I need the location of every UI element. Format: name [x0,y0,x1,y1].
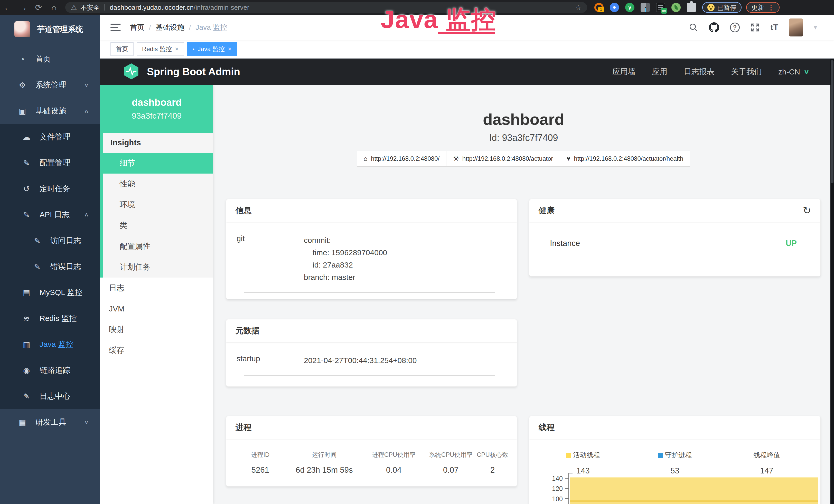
extension-c-icon[interactable]: C1 [594,3,603,12]
sba-item-jvm[interactable]: JVM [100,298,213,319]
instance-hero: dashboard Id: 93a3fc7f7409 [213,110,834,143]
sba-instance-header[interactable]: dashboard 93a3fc7f7409 [100,85,213,133]
extension-list-icon[interactable]: on [656,3,665,12]
y-tick [565,488,568,489]
log-icon: ✎ [21,210,32,219]
tab-paused-indicator[interactable]: 已暂停 [702,2,742,13]
sidebar-item-file-mgmt[interactable]: ☁ 文件管理 [0,124,100,150]
sba-nav-journal[interactable]: 日志报表 [684,67,715,77]
browser-home-icon[interactable]: ⌂ [46,3,62,12]
toolbox-icon: ▦ [17,418,28,427]
sidebar-item-api-log[interactable]: ✎ API 日志 ∧ [0,202,100,228]
extension-leaf-icon[interactable] [672,3,681,12]
metric-value: 0.07 [427,465,475,475]
sba-instance-name: dashboard [132,97,182,108]
sidebar-item-error-log[interactable]: ✎ 错误日志 [0,254,100,280]
sba-nav-applications[interactable]: 应用 [652,67,667,77]
sidebar-item-log-center[interactable]: ✎ 日志中心 [0,383,100,409]
sba-item-classes[interactable]: 类 [103,215,213,236]
sba-item-config-props[interactable]: 配置属性 [103,236,213,257]
sidebar-item-scheduled-jobs[interactable]: ↺ 定时任务 [0,176,100,202]
address-bar[interactable]: ⚠ 不安全 dashboard.yudao.iocoder.cn /infra/… [65,2,587,13]
font-size-icon[interactable]: tT [771,23,778,32]
actuator-url-button[interactable]: ⚒ http://192.168.0.2:48080/actuator [446,151,560,167]
browser-reload-icon[interactable]: ⟳ [31,3,46,12]
github-icon[interactable] [709,22,719,32]
scrollbar-thumb[interactable] [831,60,833,183]
metric-value: 5261 [233,465,288,475]
sidebar-item-java-monitor[interactable]: ▥ Java 监控 [0,331,100,358]
info-key: git [237,234,304,283]
metric-label: 运行时间 [288,451,360,459]
paused-label: 已暂停 [717,3,737,12]
health-url-button[interactable]: ♥ http://192.168.0.2:48080/actuator/heal… [560,151,690,167]
extension-on-badge: on [661,8,667,14]
sba-logo-icon[interactable] [123,63,140,81]
extension-grid-icon[interactable] [641,3,650,12]
y-tick [565,478,568,479]
sidebar-item-redis-monitor[interactable]: ≋ Redis 监控 [0,305,100,331]
sba-nav-wallboard[interactable]: 应用墙 [612,67,635,77]
history-restore-icon[interactable]: ↺ [803,205,811,216]
sidebar-item-mysql-monitor[interactable]: ▤ MySQL 监控 [0,280,100,305]
extension-badge-count: 1 [598,7,604,12]
scrollbar[interactable] [830,59,834,504]
breadcrumb-current: Java 监控 [196,23,227,32]
browser-forward-icon[interactable]: → [16,3,31,12]
browser-menu-icon[interactable]: ⋮ [768,4,774,12]
sba-brand-title[interactable]: Spring Boot Admin [147,66,240,77]
close-icon[interactable]: × [175,45,178,53]
breadcrumb-home[interactable]: 首页 [130,23,144,32]
sidebar-item-infrastructure[interactable]: ▣ 基础设施 ∧ [0,98,100,124]
sidebar-item-system-mgmt[interactable]: ⚙ 系统管理 ∨ [0,72,100,98]
health-card-header: 健康 ↺ [529,199,820,222]
sba-nav-about[interactable]: 关于我们 [731,67,762,77]
sidebar-item-home[interactable]: ◔ 首页 [0,46,100,72]
extension-y-icon[interactable]: y [625,3,634,12]
screen-icon: ▥ [21,340,32,349]
close-icon[interactable]: × [228,45,232,53]
y-tick-label: 140 [534,475,563,482]
search-icon[interactable] [689,23,698,32]
card-title: 信息 [236,205,251,216]
tab-label: Java 监控 [198,45,225,53]
sba-item-environment[interactable]: 环境 [103,194,213,215]
security-label[interactable]: 不安全 [81,3,100,12]
help-icon[interactable]: ? [730,23,740,32]
sidebar-item-dev-tools[interactable]: ▦ 研发工具 ∨ [0,409,100,435]
sba-item-caches[interactable]: 缓存 [100,340,213,361]
process-uptime-cell: 运行时间 6d 23h 15m 59s [288,451,360,475]
y-tick [565,498,568,499]
git-branch-line: branch: master [304,271,387,283]
tab-java-monitor[interactable]: ● Java 监控 × [187,42,237,56]
sba-locale-select[interactable]: zh-CN ∨ [778,67,809,76]
bookmark-star-icon[interactable]: ☆ [575,3,581,12]
sba-item-mappings[interactable]: 映射 [100,319,213,340]
sba-item-metrics[interactable]: 性能 [103,174,213,194]
navbar-actions: ? tT ▾ [689,19,824,37]
user-avatar[interactable] [789,19,803,37]
browser-update-button[interactable]: 更新 ⋮ [746,2,780,13]
sidebar-item-config-mgmt[interactable]: ✎ 配置管理 [0,150,100,176]
breadcrumb-infrastructure[interactable]: 基础设施 [156,23,184,32]
service-url-button[interactable]: ⌂ http://192.168.0.2:48080/ [357,151,446,167]
log-icon: ✎ [31,262,43,271]
sidebar-item-access-log[interactable]: ✎ 访问日志 [0,228,100,254]
user-caret-down-icon[interactable]: ▾ [814,23,817,31]
tab-redis-monitor[interactable]: Redis 监控 × [137,42,184,56]
browser-back-icon[interactable]: ← [0,3,16,12]
extensions-puzzle-icon[interactable] [687,3,696,12]
extension-pin-icon[interactable] [610,3,619,12]
sba-item-details[interactable]: 细节 [103,153,213,174]
sba-item-logs[interactable]: 日志 [100,278,213,298]
sidebar-item-tracing[interactable]: ◉ 链路追踪 [0,358,100,383]
app-logo-row[interactable]: 芋道管理系统 [0,15,100,44]
sidebar-collapse-icon[interactable] [110,24,121,31]
sba-item-scheduled-tasks[interactable]: 计划任务 [103,257,213,278]
stat-label: 活动线程 [573,451,600,460]
thread-area-chart[interactable] [569,475,818,504]
fullscreen-icon[interactable] [750,23,760,32]
health-instance-row[interactable]: Instance UP [529,222,820,248]
tab-home[interactable]: 首页 [110,42,134,56]
app-menu: ◔ 首页 ⚙ 系统管理 ∨ ▣ 基础设施 ∧ ☁ 文件管理 ✎ 配置管 [0,44,100,435]
